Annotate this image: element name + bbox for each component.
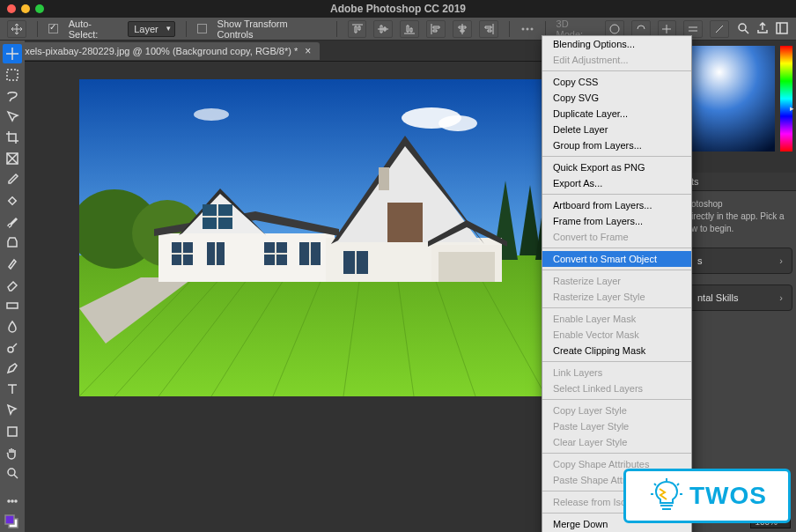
auto-select-label: Auto-Select: bbox=[69, 18, 121, 40]
align-bottom-icon[interactable] bbox=[400, 20, 419, 38]
svg-point-13 bbox=[8, 500, 10, 502]
learn-panel-text: otoshop irectly in the app. Pick a w to … bbox=[684, 191, 796, 242]
foreground-background-swatch[interactable] bbox=[3, 513, 22, 532]
tutorial-card-1[interactable]: s› bbox=[688, 248, 792, 274]
document-tab[interactable]: pexels-pixabay-280229.jpg @ 100% (Backgr… bbox=[5, 42, 320, 60]
path-select-tool[interactable] bbox=[3, 401, 22, 420]
workspace-icon[interactable] bbox=[775, 21, 789, 37]
menu-item: Copy Layer Style bbox=[542, 403, 691, 418]
zoom-window-button[interactable] bbox=[35, 4, 44, 13]
crop-tool[interactable] bbox=[3, 128, 22, 147]
menu-item[interactable]: Duplicate Layer... bbox=[542, 106, 691, 122]
mode3d-zoom-icon bbox=[710, 20, 729, 38]
eyedropper-tool[interactable] bbox=[3, 170, 22, 189]
svg-point-3 bbox=[610, 25, 619, 33]
chevron-right-icon: › bbox=[779, 292, 783, 303]
svg-point-12 bbox=[8, 469, 15, 476]
menu-item[interactable]: Copy CSS bbox=[542, 74, 691, 90]
svg-rect-11 bbox=[8, 427, 17, 436]
show-transform-checkbox[interactable] bbox=[197, 24, 207, 33]
close-window-button[interactable] bbox=[7, 4, 16, 13]
auto-select-dropdown[interactable]: Layer bbox=[128, 21, 175, 37]
learn-tab[interactable]: ts bbox=[684, 173, 796, 191]
edit-toolbar-icon[interactable] bbox=[3, 491, 22, 511]
menu-item: Paste Layer Style bbox=[542, 418, 691, 434]
menu-item[interactable]: Frame from Layers... bbox=[542, 213, 691, 229]
menu-item: Rasterize Layer bbox=[542, 273, 691, 289]
pen-tool[interactable] bbox=[3, 358, 22, 378]
history-brush-tool[interactable] bbox=[3, 254, 22, 273]
svg-rect-35 bbox=[439, 252, 495, 282]
menu-item: Link Layers bbox=[542, 365, 691, 381]
menu-item[interactable]: Group from Layers... bbox=[542, 137, 691, 153]
dodge-tool[interactable] bbox=[3, 338, 22, 358]
show-transform-label: Show Transform Controls bbox=[217, 18, 326, 40]
gradient-tool[interactable] bbox=[3, 296, 22, 315]
quick-select-tool[interactable] bbox=[3, 107, 22, 126]
menu-item: Enable Layer Mask bbox=[542, 311, 691, 327]
menu-item[interactable]: Artboard from Layers... bbox=[542, 197, 691, 213]
align-top-icon[interactable] bbox=[348, 20, 367, 38]
window-controls bbox=[0, 4, 44, 13]
hue-slider[interactable] bbox=[780, 46, 792, 151]
document-canvas[interactable] bbox=[79, 79, 546, 396]
menu-item: Enable Vector Mask bbox=[542, 327, 691, 343]
svg-rect-17 bbox=[5, 515, 14, 524]
hue-slider-thumb-icon[interactable]: ▸ bbox=[790, 104, 794, 113]
search-icon[interactable] bbox=[736, 21, 750, 37]
menu-item[interactable]: Copy SVG bbox=[542, 90, 691, 106]
color-field[interactable] bbox=[689, 46, 775, 151]
svg-point-0 bbox=[522, 28, 524, 30]
more-align-icon[interactable] bbox=[520, 22, 534, 36]
hand-tool[interactable] bbox=[3, 443, 22, 462]
minimize-window-button[interactable] bbox=[21, 4, 30, 13]
svg-rect-6 bbox=[7, 70, 18, 80]
svg-point-4 bbox=[739, 24, 746, 31]
move-tool[interactable] bbox=[3, 44, 22, 63]
menu-item[interactable]: Create Clipping Mask bbox=[542, 343, 691, 358]
healing-tool[interactable] bbox=[3, 191, 22, 211]
svg-rect-8 bbox=[9, 196, 16, 203]
marquee-tool[interactable] bbox=[3, 65, 22, 85]
share-icon[interactable] bbox=[755, 21, 770, 37]
align-vcenter-icon[interactable] bbox=[373, 20, 393, 38]
menu-item[interactable]: Export As... bbox=[542, 175, 691, 191]
clone-tool[interactable] bbox=[3, 233, 22, 252]
blur-tool[interactable] bbox=[3, 317, 22, 336]
document-tab-label: pexels-pixabay-280229.jpg @ 100% (Backgr… bbox=[14, 46, 298, 56]
align-left-icon[interactable] bbox=[426, 20, 446, 38]
lasso-tool[interactable] bbox=[3, 86, 22, 106]
menu-item[interactable]: Quick Export as PNG bbox=[542, 159, 691, 175]
type-tool[interactable] bbox=[3, 380, 22, 399]
tools-panel bbox=[0, 41, 25, 532]
menu-item[interactable]: Delete Layer bbox=[542, 122, 691, 137]
menu-item[interactable]: Blending Options... bbox=[542, 36, 691, 52]
tutorial-card-2[interactable]: ntal Skills› bbox=[688, 284, 792, 311]
svg-point-45 bbox=[439, 115, 477, 131]
frame-tool[interactable] bbox=[3, 149, 22, 168]
layer-context-menu[interactable]: Blending Options...Edit Adjustment...Cop… bbox=[542, 35, 692, 532]
align-right-icon[interactable] bbox=[479, 20, 498, 38]
eraser-tool[interactable] bbox=[3, 275, 22, 294]
watermark-logo: TWOS bbox=[623, 469, 791, 523]
menu-item: Edit Adjustment... bbox=[542, 52, 691, 68]
app-title: Adobe Photoshop CC 2019 bbox=[330, 3, 466, 15]
move-tool-icon[interactable] bbox=[7, 20, 26, 38]
zoom-tool[interactable] bbox=[3, 464, 22, 484]
svg-point-10 bbox=[8, 347, 13, 352]
auto-select-checkbox[interactable] bbox=[48, 24, 58, 33]
svg-rect-5 bbox=[777, 23, 787, 33]
menu-item: Rasterize Layer Style bbox=[542, 289, 691, 305]
svg-point-14 bbox=[11, 500, 13, 502]
svg-rect-9 bbox=[7, 303, 18, 308]
canvas-image bbox=[79, 79, 546, 396]
align-hcenter-icon[interactable] bbox=[453, 20, 472, 38]
menu-item: Convert to Frame bbox=[542, 229, 691, 245]
svg-rect-43 bbox=[379, 167, 389, 190]
close-tab-icon[interactable]: × bbox=[305, 45, 311, 57]
chevron-right-icon: › bbox=[779, 255, 783, 266]
brush-tool[interactable] bbox=[3, 212, 22, 232]
menu-item[interactable]: Convert to Smart Object bbox=[542, 251, 691, 267]
color-panel[interactable]: ▸ bbox=[684, 41, 796, 173]
shape-tool[interactable] bbox=[3, 422, 22, 441]
